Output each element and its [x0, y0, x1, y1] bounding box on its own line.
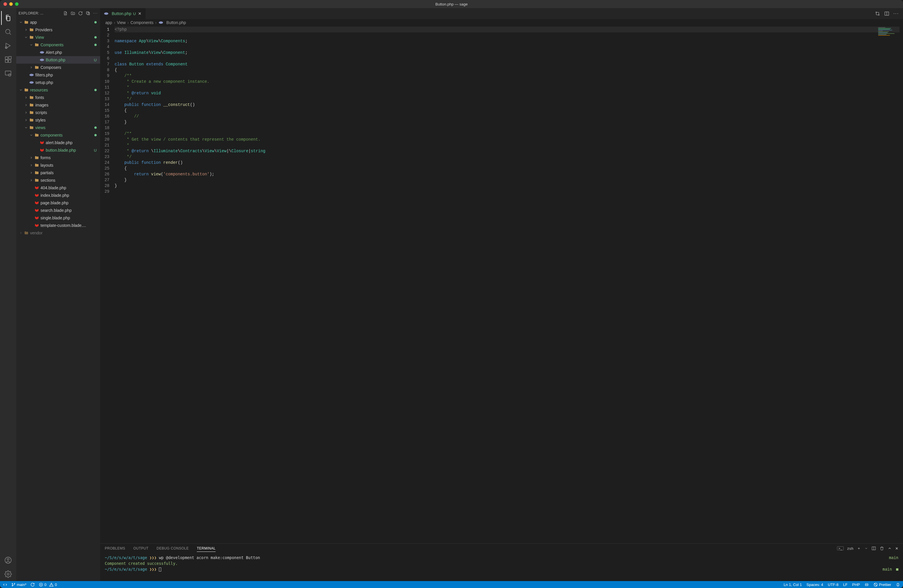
chevron-icon	[24, 118, 28, 122]
laravel-file-icon	[34, 186, 39, 190]
cursor-position[interactable]: Ln 1, Col 1	[784, 583, 802, 587]
tree-file[interactable]: search.blade.php	[16, 207, 100, 214]
tree-folder[interactable]: fonts	[16, 94, 100, 101]
tab-close-icon[interactable]: ✕	[137, 11, 142, 16]
terminal-split-icon[interactable]	[872, 546, 876, 551]
panel-maximize-icon[interactable]	[888, 546, 892, 550]
tree-folder[interactable]: app	[16, 19, 100, 26]
language-mode-button[interactable]: PHP	[852, 583, 860, 587]
panel-tab-output[interactable]: OUTPUT	[134, 545, 148, 552]
folder-icon	[34, 170, 39, 175]
refresh-icon[interactable]	[78, 11, 83, 16]
new-folder-icon[interactable]	[71, 11, 75, 16]
tree-item-label: page.blade.php	[41, 201, 69, 205]
accounts-icon[interactable]	[1, 553, 15, 567]
folder-icon	[29, 125, 34, 130]
folder-icon	[29, 118, 34, 123]
editor-more-icon[interactable]: ···	[894, 11, 899, 16]
file-tree[interactable]: appProvidersViewComponentsAlert.phpButto…	[16, 19, 100, 581]
panel-tab-terminal[interactable]: TERMINAL	[197, 545, 216, 552]
bottom-panel: PROBLEMSOUTPUTDEBUG CONSOLETERMINAL >_ z…	[100, 544, 903, 581]
terminal-add-icon[interactable]: ＋	[857, 546, 861, 551]
modified-dot-icon	[94, 134, 97, 136]
code-editor[interactable]: 1234567891011121314151617181920212223242…	[100, 26, 903, 544]
notifications-icon[interactable]	[896, 583, 900, 587]
tree-folder[interactable]: partials	[16, 169, 100, 176]
tree-folder[interactable]: layouts	[16, 162, 100, 169]
tree-file[interactable]: 404.blade.php	[16, 184, 100, 192]
extensions-icon[interactable]	[1, 53, 15, 66]
panel-close-icon[interactable]: ✕	[895, 546, 899, 551]
window-minimize-button[interactable]	[9, 2, 13, 6]
copilot-icon[interactable]	[865, 583, 869, 587]
new-file-icon[interactable]	[63, 11, 68, 16]
editor-tab[interactable]: Button.php U ✕	[100, 8, 146, 19]
tree-folder[interactable]: resources	[16, 86, 100, 94]
chevron-icon	[29, 179, 33, 182]
indentation-button[interactable]: Spaces: 4	[807, 583, 823, 587]
tree-folder[interactable]: Providers	[16, 26, 100, 33]
tree-file[interactable]: page.blade.php	[16, 199, 100, 207]
remote-explorer-icon[interactable]	[1, 66, 15, 80]
tree-folder[interactable]: Composers	[16, 64, 100, 71]
minimap[interactable]	[877, 26, 903, 43]
panel-tab-problems[interactable]: PROBLEMS	[105, 545, 125, 552]
tree-file[interactable]: button.blade.phpU	[16, 146, 100, 154]
split-editor-icon[interactable]	[884, 11, 889, 16]
window-close-button[interactable]	[3, 2, 7, 6]
explorer-icon[interactable]	[1, 11, 15, 25]
eol-button[interactable]: LF	[843, 583, 848, 587]
tree-item-label: search.blade.php	[41, 208, 71, 213]
folder-icon	[34, 178, 39, 182]
git-branch-button[interactable]: main*	[11, 583, 26, 587]
laravel-file-icon	[34, 201, 39, 205]
terminal-dropdown-icon[interactable]	[865, 547, 868, 550]
tree-file[interactable]: alert.blade.php	[16, 139, 100, 146]
search-icon[interactable]	[1, 25, 15, 39]
tree-folder[interactable]: scripts	[16, 109, 100, 116]
breadcrumb-segment[interactable]: Components	[131, 20, 153, 25]
tree-folder[interactable]: vendor	[16, 229, 100, 237]
more-icon[interactable]: ···	[93, 11, 98, 16]
compare-changes-icon[interactable]	[875, 11, 880, 16]
tree-file[interactable]: Button.phpU	[16, 56, 100, 64]
code-content[interactable]: <?php namespace App\View\Components; use…	[115, 27, 903, 544]
terminal-shell-icon[interactable]: >_	[837, 546, 844, 550]
tree-file[interactable]: index.blade.php	[16, 192, 100, 199]
tree-folder[interactable]: forms	[16, 154, 100, 162]
tree-file[interactable]: setup.php	[16, 79, 100, 86]
prettier-button[interactable]: Prettier	[873, 583, 891, 587]
tree-folder[interactable]: styles	[16, 116, 100, 124]
chevron-icon	[29, 66, 33, 69]
tree-file[interactable]: single.blade.php	[16, 214, 100, 222]
chevron-icon	[29, 171, 33, 175]
panel-tab-debug-console[interactable]: DEBUG CONSOLE	[157, 545, 189, 552]
tree-file[interactable]: filters.php	[16, 71, 100, 79]
tree-folder[interactable]: Components	[16, 41, 100, 49]
tree-folder[interactable]: components	[16, 131, 100, 139]
breadcrumb-segment[interactable]: Button.php	[167, 20, 186, 25]
tree-file[interactable]: Alert.php	[16, 49, 100, 56]
terminal-kill-icon[interactable]	[879, 546, 884, 551]
problems-button[interactable]: 0 0	[39, 583, 57, 587]
run-debug-icon[interactable]	[1, 39, 15, 53]
collapse-all-icon[interactable]	[86, 11, 90, 16]
php-file-icon	[29, 80, 34, 85]
modified-dot-icon	[94, 21, 97, 24]
tree-file[interactable]: template-custom.blade....	[16, 222, 100, 229]
terminal[interactable]: ~/S/e/s/w/a/t/sage ❯❯❯ wp @development a…	[100, 553, 903, 581]
php-file-icon	[39, 58, 44, 62]
tree-folder[interactable]: sections	[16, 176, 100, 184]
breadcrumb-segment[interactable]: View	[117, 20, 126, 25]
tree-folder[interactable]: views	[16, 124, 100, 131]
remote-button[interactable]	[3, 583, 7, 587]
encoding-button[interactable]: UTF-8	[828, 583, 838, 587]
sync-button[interactable]	[30, 583, 35, 587]
tree-folder[interactable]: images	[16, 101, 100, 109]
breadcrumb-segment[interactable]: app	[105, 20, 112, 25]
settings-gear-icon[interactable]	[1, 567, 15, 581]
tree-folder[interactable]: View	[16, 33, 100, 41]
breadcrumb[interactable]: app›View›Components›Button.php	[100, 19, 903, 26]
svg-point-14	[30, 74, 34, 76]
window-maximize-button[interactable]	[15, 2, 19, 6]
